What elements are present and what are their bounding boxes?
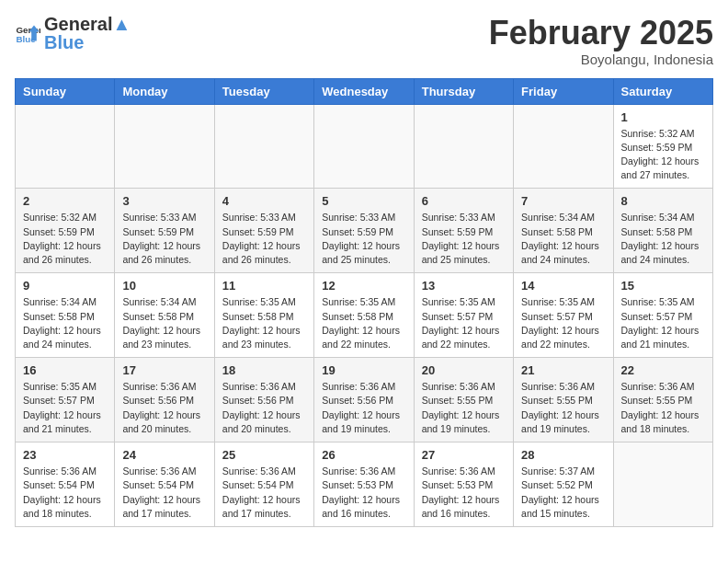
day-number: 12 <box>322 279 405 293</box>
calendar-day-cell <box>314 104 414 189</box>
calendar-week-row: 9Sunrise: 5:34 AMSunset: 5:58 PMDaylight… <box>16 273 713 358</box>
weekday-header-saturday: Saturday <box>613 78 712 104</box>
day-number: 8 <box>621 194 705 208</box>
day-number: 20 <box>422 363 506 377</box>
calendar-day-cell <box>613 442 712 527</box>
calendar-day-cell: 11Sunrise: 5:35 AMSunset: 5:58 PMDayligh… <box>214 273 313 358</box>
calendar-day-cell <box>115 104 214 189</box>
day-number: 13 <box>422 279 506 293</box>
day-info: Sunrise: 5:35 AMSunset: 5:57 PMDaylight:… <box>621 295 705 351</box>
calendar-day-cell: 13Sunrise: 5:35 AMSunset: 5:57 PMDayligh… <box>414 273 513 358</box>
calendar-day-cell: 17Sunrise: 5:36 AMSunset: 5:56 PMDayligh… <box>115 358 214 442</box>
calendar-day-cell: 6Sunrise: 5:33 AMSunset: 5:59 PMDaylight… <box>414 189 513 273</box>
day-info: Sunrise: 5:33 AMSunset: 5:59 PMDaylight:… <box>222 211 306 267</box>
day-info: Sunrise: 5:36 AMSunset: 5:54 PMDaylight:… <box>222 465 306 521</box>
calendar-day-cell: 9Sunrise: 5:34 AMSunset: 5:58 PMDaylight… <box>16 273 115 358</box>
day-number: 9 <box>23 279 107 293</box>
calendar-day-cell: 3Sunrise: 5:33 AMSunset: 5:59 PMDaylight… <box>115 189 214 273</box>
calendar-day-cell: 25Sunrise: 5:36 AMSunset: 5:54 PMDayligh… <box>214 442 313 527</box>
weekday-header-thursday: Thursday <box>414 78 513 104</box>
day-info: Sunrise: 5:35 AMSunset: 5:57 PMDaylight:… <box>422 295 506 351</box>
day-info: Sunrise: 5:33 AMSunset: 5:59 PMDaylight:… <box>422 211 506 267</box>
day-info: Sunrise: 5:34 AMSunset: 5:58 PMDaylight:… <box>122 295 206 351</box>
day-info: Sunrise: 5:36 AMSunset: 5:56 PMDaylight:… <box>122 380 206 436</box>
calendar-day-cell <box>16 104 115 189</box>
day-number: 5 <box>322 194 405 208</box>
day-info: Sunrise: 5:36 AMSunset: 5:54 PMDaylight:… <box>122 465 206 521</box>
day-number: 27 <box>422 448 506 462</box>
day-number: 22 <box>621 363 705 377</box>
day-number: 15 <box>621 279 705 293</box>
calendar-day-cell <box>414 104 513 189</box>
day-info: Sunrise: 5:34 AMSunset: 5:58 PMDaylight:… <box>521 211 605 267</box>
day-number: 7 <box>521 194 605 208</box>
svg-text:Blue: Blue <box>16 34 36 44</box>
calendar-day-cell: 26Sunrise: 5:36 AMSunset: 5:53 PMDayligh… <box>314 442 414 527</box>
logo-icon: General Blue <box>15 20 40 46</box>
calendar-table: SundayMondayTuesdayWednesdayThursdayFrid… <box>15 78 713 527</box>
month-title: February 2025 <box>489 15 713 52</box>
calendar-day-cell: 21Sunrise: 5:36 AMSunset: 5:55 PMDayligh… <box>514 358 613 442</box>
location: Boyolangu, Indonesia <box>489 52 713 67</box>
logo: General Blue General▲ Blue <box>15 15 131 52</box>
day-number: 18 <box>222 363 306 377</box>
day-number: 4 <box>222 194 306 208</box>
day-info: Sunrise: 5:36 AMSunset: 5:54 PMDaylight:… <box>23 465 107 521</box>
day-info: Sunrise: 5:33 AMSunset: 5:59 PMDaylight:… <box>322 211 405 267</box>
calendar-day-cell <box>214 104 313 189</box>
calendar-day-cell: 14Sunrise: 5:35 AMSunset: 5:57 PMDayligh… <box>514 273 613 358</box>
calendar-day-cell: 7Sunrise: 5:34 AMSunset: 5:58 PMDaylight… <box>514 189 613 273</box>
logo-subtext: Blue <box>44 33 131 52</box>
day-info: Sunrise: 5:34 AMSunset: 5:58 PMDaylight:… <box>621 211 705 267</box>
day-number: 19 <box>322 363 405 377</box>
weekday-header-sunday: Sunday <box>16 78 115 104</box>
day-number: 11 <box>222 279 306 293</box>
day-info: Sunrise: 5:35 AMSunset: 5:58 PMDaylight:… <box>222 295 306 351</box>
day-number: 3 <box>122 194 206 208</box>
day-number: 23 <box>23 448 107 462</box>
day-info: Sunrise: 5:33 AMSunset: 5:59 PMDaylight:… <box>122 211 206 267</box>
weekday-header-monday: Monday <box>115 78 214 104</box>
calendar-day-cell: 2Sunrise: 5:32 AMSunset: 5:59 PMDaylight… <box>16 189 115 273</box>
day-number: 2 <box>23 194 107 208</box>
calendar-day-cell: 10Sunrise: 5:34 AMSunset: 5:58 PMDayligh… <box>115 273 214 358</box>
weekday-header-friday: Friday <box>514 78 613 104</box>
day-number: 28 <box>521 448 605 462</box>
calendar-day-cell: 18Sunrise: 5:36 AMSunset: 5:56 PMDayligh… <box>214 358 313 442</box>
calendar-day-cell: 28Sunrise: 5:37 AMSunset: 5:52 PMDayligh… <box>514 442 613 527</box>
day-info: Sunrise: 5:36 AMSunset: 5:55 PMDaylight:… <box>621 380 705 436</box>
day-info: Sunrise: 5:35 AMSunset: 5:57 PMDaylight:… <box>521 295 605 351</box>
calendar-day-cell: 24Sunrise: 5:36 AMSunset: 5:54 PMDayligh… <box>115 442 214 527</box>
day-info: Sunrise: 5:36 AMSunset: 5:56 PMDaylight:… <box>222 380 306 436</box>
calendar-day-cell: 1Sunrise: 5:32 AMSunset: 5:59 PMDaylight… <box>613 104 712 189</box>
day-info: Sunrise: 5:32 AMSunset: 5:59 PMDaylight:… <box>23 211 107 267</box>
day-info: Sunrise: 5:35 AMSunset: 5:57 PMDaylight:… <box>23 380 107 436</box>
day-info: Sunrise: 5:37 AMSunset: 5:52 PMDaylight:… <box>521 465 605 521</box>
calendar-day-cell: 19Sunrise: 5:36 AMSunset: 5:56 PMDayligh… <box>314 358 414 442</box>
day-info: Sunrise: 5:36 AMSunset: 5:53 PMDaylight:… <box>422 465 506 521</box>
calendar-day-cell: 5Sunrise: 5:33 AMSunset: 5:59 PMDaylight… <box>314 189 414 273</box>
weekday-header-tuesday: Tuesday <box>214 78 313 104</box>
day-number: 10 <box>122 279 206 293</box>
calendar-day-cell: 12Sunrise: 5:35 AMSunset: 5:58 PMDayligh… <box>314 273 414 358</box>
day-info: Sunrise: 5:36 AMSunset: 5:53 PMDaylight:… <box>322 465 405 521</box>
logo-text: General▲ <box>44 15 131 33</box>
calendar-week-row: 1Sunrise: 5:32 AMSunset: 5:59 PMDaylight… <box>16 104 713 189</box>
day-number: 6 <box>422 194 506 208</box>
day-info: Sunrise: 5:36 AMSunset: 5:55 PMDaylight:… <box>521 380 605 436</box>
calendar-day-cell: 8Sunrise: 5:34 AMSunset: 5:58 PMDaylight… <box>613 189 712 273</box>
day-number: 21 <box>521 363 605 377</box>
calendar-day-cell: 16Sunrise: 5:35 AMSunset: 5:57 PMDayligh… <box>16 358 115 442</box>
day-info: Sunrise: 5:35 AMSunset: 5:58 PMDaylight:… <box>322 295 405 351</box>
weekday-header-row: SundayMondayTuesdayWednesdayThursdayFrid… <box>16 78 713 104</box>
day-info: Sunrise: 5:34 AMSunset: 5:58 PMDaylight:… <box>23 295 107 351</box>
weekday-header-wednesday: Wednesday <box>314 78 414 104</box>
page-header: General Blue General▲ Blue February 2025… <box>15 15 713 67</box>
day-number: 17 <box>122 363 206 377</box>
calendar-day-cell: 22Sunrise: 5:36 AMSunset: 5:55 PMDayligh… <box>613 358 712 442</box>
calendar-day-cell: 4Sunrise: 5:33 AMSunset: 5:59 PMDaylight… <box>214 189 313 273</box>
day-number: 1 <box>621 110 705 124</box>
day-info: Sunrise: 5:36 AMSunset: 5:55 PMDaylight:… <box>422 380 506 436</box>
day-number: 16 <box>23 363 107 377</box>
calendar-day-cell: 15Sunrise: 5:35 AMSunset: 5:57 PMDayligh… <box>613 273 712 358</box>
